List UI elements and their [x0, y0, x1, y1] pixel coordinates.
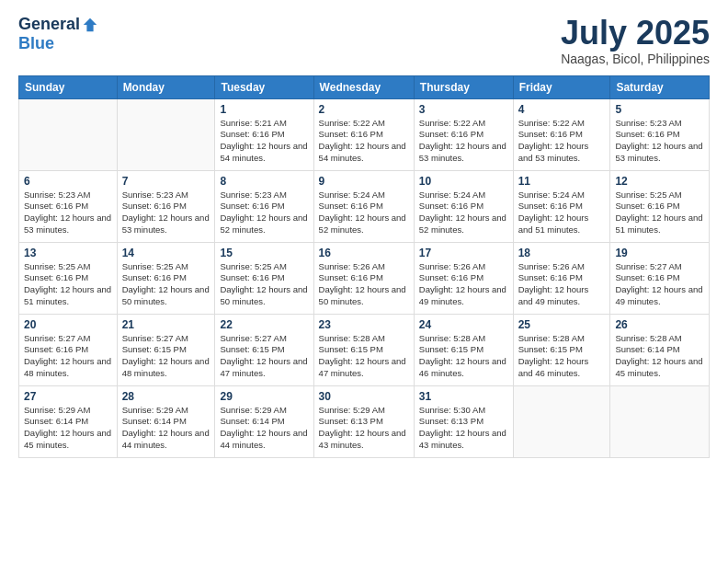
- day-info: Sunrise: 5:25 AM Sunset: 6:16 PM Dayligh…: [24, 261, 112, 308]
- day-info: Sunrise: 5:25 AM Sunset: 6:16 PM Dayligh…: [615, 190, 704, 236]
- day-info: Sunrise: 5:28 AM Sunset: 6:15 PM Dayligh…: [419, 333, 508, 380]
- table-row: [117, 98, 215, 170]
- day-number: 3: [419, 103, 508, 116]
- day-number: 1: [220, 103, 308, 116]
- day-info: Sunrise: 5:27 AM Sunset: 6:15 PM Dayligh…: [122, 333, 210, 380]
- table-row: 27Sunrise: 5:29 AM Sunset: 6:14 PM Dayli…: [19, 385, 118, 457]
- day-info: Sunrise: 5:22 AM Sunset: 6:16 PM Dayligh…: [518, 118, 606, 165]
- header-wednesday: Wednesday: [313, 75, 414, 98]
- day-number: 12: [615, 175, 704, 188]
- table-row: [19, 98, 118, 170]
- day-number: 14: [122, 247, 210, 259]
- day-number: 22: [220, 318, 308, 331]
- table-row: 20Sunrise: 5:27 AM Sunset: 6:16 PM Dayli…: [19, 314, 118, 385]
- header-thursday: Thursday: [414, 75, 513, 98]
- day-info: Sunrise: 5:26 AM Sunset: 6:16 PM Dayligh…: [419, 261, 508, 308]
- table-row: 10Sunrise: 5:24 AM Sunset: 6:16 PM Dayli…: [414, 170, 513, 242]
- day-info: Sunrise: 5:22 AM Sunset: 6:16 PM Dayligh…: [419, 118, 508, 165]
- logo-general: General: [18, 15, 80, 34]
- header-tuesday: Tuesday: [215, 75, 313, 98]
- day-info: Sunrise: 5:29 AM Sunset: 6:14 PM Dayligh…: [220, 405, 308, 452]
- logo: General Blue: [18, 15, 98, 53]
- table-row: 30Sunrise: 5:29 AM Sunset: 6:13 PM Dayli…: [313, 385, 414, 457]
- calendar-week-row: 27Sunrise: 5:29 AM Sunset: 6:14 PM Dayli…: [19, 385, 710, 457]
- day-number: 18: [518, 247, 606, 259]
- table-row: 13Sunrise: 5:25 AM Sunset: 6:16 PM Dayli…: [19, 242, 118, 314]
- header: General Blue July 2025 Naagas, Bicol, Ph…: [18, 15, 710, 66]
- day-info: Sunrise: 5:23 AM Sunset: 6:16 PM Dayligh…: [220, 190, 308, 236]
- table-row: 15Sunrise: 5:25 AM Sunset: 6:16 PM Dayli…: [215, 242, 313, 314]
- day-info: Sunrise: 5:27 AM Sunset: 6:16 PM Dayligh…: [615, 261, 704, 308]
- month-title: July 2025: [561, 15, 710, 52]
- day-info: Sunrise: 5:29 AM Sunset: 6:13 PM Dayligh…: [319, 405, 409, 452]
- day-info: Sunrise: 5:25 AM Sunset: 6:16 PM Dayligh…: [220, 261, 308, 308]
- table-row: 23Sunrise: 5:28 AM Sunset: 6:15 PM Dayli…: [313, 314, 414, 385]
- day-info: Sunrise: 5:28 AM Sunset: 6:15 PM Dayligh…: [319, 333, 409, 380]
- table-row: 12Sunrise: 5:25 AM Sunset: 6:16 PM Dayli…: [610, 170, 710, 242]
- table-row: 16Sunrise: 5:26 AM Sunset: 6:16 PM Dayli…: [313, 242, 414, 314]
- table-row: 6Sunrise: 5:23 AM Sunset: 6:16 PM Daylig…: [19, 170, 118, 242]
- day-number: 10: [419, 175, 508, 188]
- day-info: Sunrise: 5:29 AM Sunset: 6:14 PM Dayligh…: [24, 405, 112, 452]
- day-number: 19: [615, 247, 704, 259]
- day-number: 29: [220, 390, 308, 403]
- day-number: 24: [419, 318, 508, 331]
- day-info: Sunrise: 5:23 AM Sunset: 6:16 PM Dayligh…: [122, 190, 210, 236]
- day-number: 23: [319, 318, 409, 331]
- day-info: Sunrise: 5:21 AM Sunset: 6:16 PM Dayligh…: [220, 118, 308, 165]
- day-info: Sunrise: 5:24 AM Sunset: 6:16 PM Dayligh…: [518, 190, 606, 236]
- day-number: 25: [518, 318, 606, 331]
- day-number: 31: [419, 390, 508, 403]
- page: General Blue July 2025 Naagas, Bicol, Ph…: [0, 0, 728, 563]
- day-info: Sunrise: 5:27 AM Sunset: 6:16 PM Dayligh…: [24, 333, 112, 380]
- day-number: 8: [220, 175, 308, 188]
- day-info: Sunrise: 5:30 AM Sunset: 6:13 PM Dayligh…: [419, 405, 508, 452]
- day-number: 26: [615, 318, 704, 331]
- table-row: [513, 385, 610, 457]
- day-number: 20: [24, 318, 112, 331]
- header-saturday: Saturday: [610, 75, 710, 98]
- day-info: Sunrise: 5:26 AM Sunset: 6:16 PM Dayligh…: [319, 261, 409, 308]
- header-sunday: Sunday: [19, 75, 118, 98]
- table-row: 8Sunrise: 5:23 AM Sunset: 6:16 PM Daylig…: [215, 170, 313, 242]
- table-row: [610, 385, 710, 457]
- table-row: 4Sunrise: 5:22 AM Sunset: 6:16 PM Daylig…: [513, 98, 610, 170]
- calendar-week-row: 6Sunrise: 5:23 AM Sunset: 6:16 PM Daylig…: [19, 170, 710, 242]
- table-row: 5Sunrise: 5:23 AM Sunset: 6:16 PM Daylig…: [610, 98, 710, 170]
- table-row: 19Sunrise: 5:27 AM Sunset: 6:16 PM Dayli…: [610, 242, 710, 314]
- day-info: Sunrise: 5:24 AM Sunset: 6:16 PM Dayligh…: [319, 190, 409, 236]
- logo-icon: [82, 17, 98, 33]
- table-row: 7Sunrise: 5:23 AM Sunset: 6:16 PM Daylig…: [117, 170, 215, 242]
- day-number: 11: [518, 175, 606, 188]
- day-number: 30: [319, 390, 409, 403]
- table-row: 11Sunrise: 5:24 AM Sunset: 6:16 PM Dayli…: [513, 170, 610, 242]
- header-monday: Monday: [117, 75, 215, 98]
- day-info: Sunrise: 5:27 AM Sunset: 6:15 PM Dayligh…: [220, 333, 308, 380]
- table-row: 31Sunrise: 5:30 AM Sunset: 6:13 PM Dayli…: [414, 385, 513, 457]
- table-row: 9Sunrise: 5:24 AM Sunset: 6:16 PM Daylig…: [313, 170, 414, 242]
- logo-blue: Blue: [18, 34, 54, 53]
- day-number: 9: [319, 175, 409, 188]
- table-row: 26Sunrise: 5:28 AM Sunset: 6:14 PM Dayli…: [610, 314, 710, 385]
- table-row: 17Sunrise: 5:26 AM Sunset: 6:16 PM Dayli…: [414, 242, 513, 314]
- day-info: Sunrise: 5:29 AM Sunset: 6:14 PM Dayligh…: [122, 405, 210, 452]
- day-info: Sunrise: 5:28 AM Sunset: 6:14 PM Dayligh…: [615, 333, 704, 380]
- table-row: 24Sunrise: 5:28 AM Sunset: 6:15 PM Dayli…: [414, 314, 513, 385]
- day-number: 16: [319, 247, 409, 259]
- day-info: Sunrise: 5:26 AM Sunset: 6:16 PM Dayligh…: [518, 261, 606, 308]
- day-info: Sunrise: 5:23 AM Sunset: 6:16 PM Dayligh…: [615, 118, 704, 165]
- location: Naagas, Bicol, Philippines: [561, 52, 710, 66]
- day-number: 27: [24, 390, 112, 403]
- day-number: 13: [24, 247, 112, 259]
- day-number: 15: [220, 247, 308, 259]
- day-number: 28: [122, 390, 210, 403]
- table-row: 3Sunrise: 5:22 AM Sunset: 6:16 PM Daylig…: [414, 98, 513, 170]
- table-row: 21Sunrise: 5:27 AM Sunset: 6:15 PM Dayli…: [117, 314, 215, 385]
- calendar-table: Sunday Monday Tuesday Wednesday Thursday…: [18, 75, 710, 458]
- calendar-week-row: 13Sunrise: 5:25 AM Sunset: 6:16 PM Dayli…: [19, 242, 710, 314]
- day-info: Sunrise: 5:23 AM Sunset: 6:16 PM Dayligh…: [24, 190, 112, 236]
- calendar-header-row: Sunday Monday Tuesday Wednesday Thursday…: [19, 75, 710, 98]
- day-info: Sunrise: 5:28 AM Sunset: 6:15 PM Dayligh…: [518, 333, 606, 380]
- day-number: 17: [419, 247, 508, 259]
- calendar-week-row: 20Sunrise: 5:27 AM Sunset: 6:16 PM Dayli…: [19, 314, 710, 385]
